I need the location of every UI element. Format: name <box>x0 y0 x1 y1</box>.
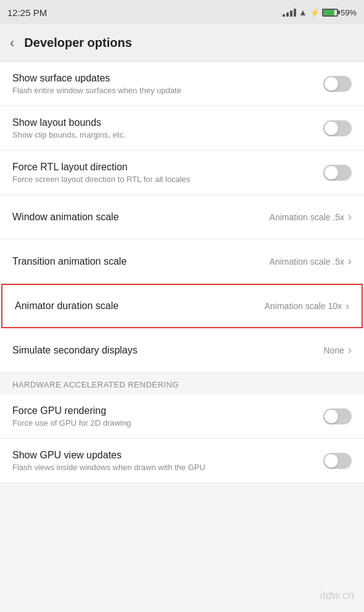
setting-title-animator-duration-scale: Animator duration scale <box>15 300 265 312</box>
chevron-icon-simulate-secondary-displays: › <box>348 344 352 357</box>
chevron-icon-transition-animation-scale: › <box>348 255 352 268</box>
chevron-icon-window-animation-scale: › <box>348 210 352 223</box>
status-time: 12:25 PM <box>7 7 47 18</box>
setting-title-simulate-secondary-displays: Simulate secondary displays <box>12 345 324 356</box>
setting-value-simulate-secondary-displays: None <box>324 345 344 355</box>
toggle-force-gpu-rendering[interactable] <box>323 408 352 424</box>
battery-icon <box>322 9 338 17</box>
setting-desc-force-gpu-rendering: Force use of GPU for 2D drawing <box>12 418 323 428</box>
wifi-icon: ▲ <box>299 7 307 17</box>
setting-title-force-gpu-rendering: Force GPU rendering <box>12 405 323 416</box>
status-icons: ▲ ⚡ 59% <box>283 7 357 17</box>
top-bar: ‹ Developer options <box>0 25 364 62</box>
setting-value-window-animation-scale: Animation scale .5x <box>270 212 344 222</box>
setting-desc-show-gpu-view-updates: Flash views inside windows when drawn wi… <box>12 463 323 472</box>
setting-desc-show-surface-updates: Flash entire window surfaces when they u… <box>12 86 323 95</box>
page-title: Developer options <box>24 36 131 50</box>
setting-desc-force-rtl: Force screen layout direction to RTL for… <box>12 175 323 184</box>
setting-window-animation-scale[interactable]: Window animation scale Animation scale .… <box>0 195 364 239</box>
toggle-force-rtl[interactable] <box>323 165 352 181</box>
setting-title-transition-animation-scale: Transition animation scale <box>12 256 270 267</box>
setting-title-show-layout-bounds: Show layout bounds <box>12 117 323 128</box>
status-bar: 12:25 PM ▲ ⚡ 59% <box>0 0 364 25</box>
setting-animator-duration-scale[interactable]: Animator duration scale Animation scale … <box>1 284 363 328</box>
setting-title-show-gpu-view-updates: Show GPU view updates <box>12 450 323 461</box>
chevron-icon-animator-duration-scale: › <box>345 300 349 313</box>
setting-value-transition-animation-scale: Animation scale .5x <box>270 257 344 267</box>
settings-list: Show surface updates Flash entire window… <box>0 62 364 483</box>
setting-show-gpu-view-updates[interactable]: Show GPU view updates Flash views inside… <box>0 439 364 483</box>
setting-value-animator-duration-scale: Animation scale 10x <box>265 301 342 311</box>
watermark: itdw.cn <box>320 589 354 602</box>
setting-title-window-animation-scale: Window animation scale <box>12 212 270 223</box>
setting-force-rtl[interactable]: Force RTL layout direction Force screen … <box>0 151 364 195</box>
battery-percent: 59% <box>341 8 357 17</box>
setting-show-layout-bounds[interactable]: Show layout bounds Show clip bounds, mar… <box>0 106 364 151</box>
setting-title-show-surface-updates: Show surface updates <box>12 73 323 84</box>
signal-icon <box>283 9 296 17</box>
setting-show-surface-updates[interactable]: Show surface updates Flash entire window… <box>0 62 364 106</box>
setting-transition-animation-scale[interactable]: Transition animation scale Animation sca… <box>0 239 364 284</box>
setting-title-force-rtl: Force RTL layout direction <box>12 162 323 173</box>
back-button[interactable]: ‹ <box>10 35 14 51</box>
toggle-show-gpu-view-updates[interactable] <box>323 453 352 469</box>
toggle-show-layout-bounds[interactable] <box>323 120 352 136</box>
section-header-hardware: HARDWARE ACCELERATED RENDERING <box>0 373 364 394</box>
toggle-show-surface-updates[interactable] <box>323 76 352 92</box>
charge-icon: ⚡ <box>310 8 320 17</box>
setting-force-gpu-rendering[interactable]: Force GPU rendering Force use of GPU for… <box>0 394 364 439</box>
setting-desc-show-layout-bounds: Show clip bounds, margins, etc. <box>12 130 323 139</box>
setting-simulate-secondary-displays[interactable]: Simulate secondary displays None › <box>0 328 364 373</box>
